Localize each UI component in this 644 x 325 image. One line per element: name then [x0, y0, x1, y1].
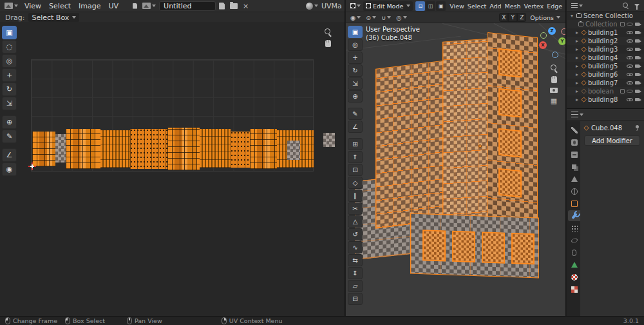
properties-tab-output[interactable] — [568, 149, 580, 160]
uv-islands[interactable] — [32, 128, 314, 170]
render-camera-icon[interactable] — [635, 30, 641, 35]
mirror-x-toggle[interactable]: X — [499, 13, 508, 22]
tool-bevel[interactable]: ◇ — [348, 177, 363, 189]
tool-smooth[interactable]: ∿ — [348, 241, 363, 253]
menu-view[interactable]: View — [21, 1, 44, 11]
tool-select-circle[interactable]: ◌ — [2, 40, 17, 54]
outliner-row-boolean[interactable]: ▸ boolean — [567, 87, 644, 95]
menu-edge[interactable]: Edge — [545, 2, 564, 10]
menu-view[interactable]: View — [448, 2, 466, 10]
add-modifier-button[interactable]: Add Modifier — [584, 135, 640, 146]
pin-image-button[interactable] — [131, 3, 139, 10]
exclude-checkbox[interactable] — [620, 22, 625, 26]
exclude-checkbox[interactable] — [620, 89, 625, 94]
disclosure-icon[interactable]: ▸ — [574, 46, 580, 52]
mirror-z-toggle[interactable]: Z — [517, 13, 526, 22]
properties-tab-world[interactable] — [568, 186, 580, 197]
hide-eye-icon[interactable] — [627, 88, 633, 94]
properties-tab-material[interactable] — [568, 271, 580, 282]
unlink-image-button[interactable]: × — [241, 1, 251, 11]
pivot-point-dropdown[interactable]: ⊙ — [364, 14, 378, 22]
tool-rotate[interactable]: ↻ — [2, 83, 17, 96]
properties-tab-particles[interactable] — [568, 222, 580, 233]
pan-hand-icon[interactable] — [325, 40, 331, 47]
properties-tab-object[interactable] — [568, 198, 580, 209]
menu-mesh[interactable]: Mesh — [504, 2, 522, 10]
properties-tab-view-layer[interactable] — [568, 161, 580, 172]
outliner-row-building3[interactable]: ▸ building3 — [567, 45, 644, 54]
disclosure-icon[interactable]: ▸ — [574, 55, 580, 61]
tool-rotate[interactable]: ↻ — [348, 64, 363, 77]
tool-scale[interactable]: ⇲ — [2, 97, 17, 110]
tool-measure[interactable]: ∠ — [2, 148, 17, 162]
zoom-icon[interactable] — [325, 28, 332, 35]
properties-tab-texture[interactable] — [568, 284, 580, 295]
face-select-button[interactable]: ▣ — [436, 1, 446, 11]
render-camera-icon[interactable] — [635, 88, 641, 94]
viewport-3d-canvas[interactable]: User Perspective (36) Cube.048 ▣ ◎ + ↻ ⇲… — [346, 23, 565, 316]
tool-scale[interactable]: ⇲ — [348, 77, 363, 90]
render-camera-icon[interactable] — [635, 55, 641, 61]
render-camera-icon[interactable] — [635, 97, 641, 103]
uv-2d-cursor[interactable] — [28, 162, 36, 170]
tool-loop-cut[interactable]: ∥ — [348, 190, 363, 202]
uv-canvas[interactable]: ▣ ◌ ◎ + ↻ ⇲ ⊕ ✎ ∠ ◉ — [0, 23, 345, 316]
render-camera-icon[interactable] — [635, 72, 641, 77]
tool-annotate[interactable]: ✎ — [348, 108, 363, 120]
gizmo-y-axis[interactable]: Y — [558, 37, 565, 45]
tool-cursor[interactable]: ◎ — [348, 39, 363, 51]
menu-uv[interactable]: UV — [106, 1, 122, 11]
render-camera-icon[interactable] — [635, 63, 641, 69]
gizmo-z-axis[interactable]: Z — [548, 27, 556, 35]
properties-tab-scene[interactable] — [568, 173, 580, 184]
disclosure-icon[interactable]: ▸ — [574, 88, 580, 94]
tool-rip-region[interactable]: ⊟ — [348, 293, 363, 305]
mode-dropdown[interactable]: Edit Mode — [363, 1, 413, 11]
gizmo-x-negative[interactable] — [561, 28, 565, 35]
properties-tab-tool[interactable] — [568, 124, 580, 135]
render-camera-icon[interactable] — [635, 80, 641, 86]
tool-move[interactable]: + — [2, 68, 17, 82]
disclosure-icon[interactable]: ▸ — [574, 97, 580, 103]
outliner-row-building5[interactable]: ▸ building5 — [567, 62, 644, 70]
pin-icon[interactable] — [634, 125, 640, 131]
outliner-row-building6[interactable]: ▸ building6 — [567, 70, 644, 79]
tool-select-box[interactable]: ▣ — [2, 26, 17, 39]
menu-select[interactable]: Select — [466, 2, 488, 10]
editor-type-button[interactable] — [3, 2, 20, 10]
outliner-row-building4[interactable]: ▸ building4 — [567, 54, 644, 62]
properties-tab-data[interactable] — [568, 259, 580, 270]
hide-eye-icon[interactable] — [627, 80, 633, 86]
hide-eye-icon[interactable] — [627, 21, 633, 27]
hide-eye-icon[interactable] — [627, 38, 633, 44]
render-camera-icon[interactable] — [635, 46, 641, 52]
outliner-row-building7[interactable]: ▸ building7 — [567, 79, 644, 87]
tool-extrude-region[interactable]: ⇑ — [348, 151, 363, 163]
proportional-editing-toggle[interactable]: ◎ — [394, 14, 408, 22]
vertex-select-button[interactable]: ⊡ — [415, 1, 425, 11]
browse-image-button[interactable] — [140, 2, 158, 10]
tool-shrink-fatten[interactable]: ⇕ — [348, 267, 363, 279]
hide-eye-icon[interactable] — [627, 63, 633, 69]
outliner-search-button[interactable] — [621, 2, 631, 10]
outliner-row-building2[interactable]: ▸ building2 — [567, 37, 644, 45]
tool-sample[interactable]: ◉ — [2, 162, 17, 176]
zoom-icon[interactable] — [551, 64, 558, 72]
tool-shear[interactable]: ▱ — [348, 280, 363, 292]
hide-eye-icon[interactable] — [627, 30, 633, 35]
hide-eye-icon[interactable] — [627, 55, 633, 61]
pan-hand-icon[interactable] — [551, 76, 557, 83]
tool-transform[interactable]: ⊕ — [2, 115, 17, 129]
open-image-button[interactable] — [228, 3, 240, 10]
options-dropdown[interactable]: Options — [527, 14, 563, 22]
menu-face[interactable]: Face — [564, 2, 566, 10]
drag-tool-dropdown[interactable]: Select Box — [28, 13, 79, 22]
editor-type-button[interactable] — [569, 111, 585, 118]
properties-tab-physics[interactable] — [568, 235, 580, 246]
outliner-row-collection[interactable]: Collection — [567, 20, 644, 28]
hide-eye-icon[interactable] — [627, 72, 633, 77]
properties-tab-render[interactable] — [568, 137, 580, 148]
outliner-row-building1[interactable]: ▸ building1 — [567, 28, 644, 37]
tool-edge-slide[interactable]: ⇆ — [348, 254, 363, 266]
render-camera-icon[interactable] — [635, 21, 641, 27]
